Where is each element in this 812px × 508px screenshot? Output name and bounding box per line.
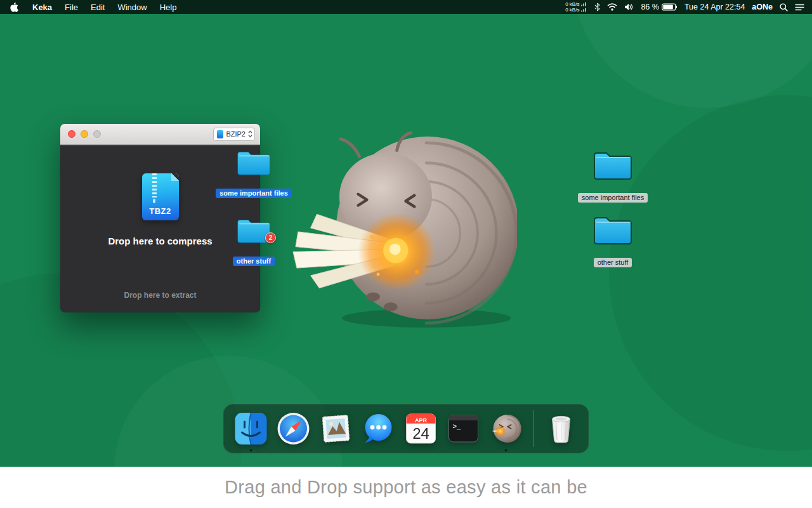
menu-edit[interactable]: Edit: [84, 0, 111, 14]
format-dropdown-value: BZIP2: [226, 130, 246, 138]
dragged-item-label: other stuff: [233, 257, 275, 266]
dock-icon-safari[interactable]: [277, 411, 311, 446]
tbz2-file-icon: TBZ2: [142, 173, 179, 220]
dragged-item[interactable]: 2 other stuff: [213, 216, 295, 266]
notification-center-menu[interactable]: [795, 4, 804, 11]
zipper-icon: [152, 173, 157, 197]
dock-icon-finder[interactable]: [234, 411, 268, 446]
net-bars-icon: [581, 2, 587, 6]
file-format-badge: TBZ2: [142, 206, 179, 216]
chevron-up-down-icon: [248, 130, 252, 138]
list-icon: [795, 4, 804, 11]
net-bars-icon: [581, 8, 587, 12]
desktop-item-label: other stuff: [594, 258, 632, 267]
calendar-month-label: APR: [415, 417, 428, 424]
format-dropdown[interactable]: BZIP2: [213, 128, 255, 141]
menu-help[interactable]: Help: [154, 0, 183, 14]
spotlight-menu[interactable]: [780, 3, 788, 11]
background-circle: [571, 0, 812, 108]
calendar-day-label: 24: [412, 425, 429, 442]
clock-menu[interactable]: Tue 24 Apr 22:54: [684, 3, 745, 11]
dock: APR 24 >_: [223, 404, 589, 453]
folder-icon[interactable]: [236, 148, 272, 177]
window-titlebar[interactable]: BZIP2: [60, 124, 260, 145]
minimize-button[interactable]: [81, 130, 88, 138]
menu-file[interactable]: File: [58, 0, 84, 14]
desktop-item-label: some important files: [578, 193, 648, 203]
bluetooth-menu[interactable]: [594, 3, 600, 11]
network-speed-indicator[interactable]: 0 kB/s 0 kB/s: [565, 2, 587, 13]
apple-menu[interactable]: [0, 0, 26, 14]
dock-separator: [534, 410, 534, 447]
trash-icon: [544, 411, 579, 446]
archive-doc-icon: [217, 130, 223, 138]
wifi-menu[interactable]: [607, 3, 617, 11]
zoom-button[interactable]: [93, 130, 101, 138]
terminal-icon: >_: [447, 411, 481, 446]
net-up-label: 0 kB/s: [565, 2, 579, 7]
menu-window[interactable]: Window: [111, 0, 153, 14]
extract-drop-label: Drop here to extract: [60, 291, 260, 300]
apple-icon: [10, 3, 18, 12]
item-count-badge: 2: [265, 232, 276, 243]
safari-icon: [277, 411, 311, 446]
desktop: Keka File Edit Window Help 0 kB/s 0 kB/s: [0, 0, 812, 508]
menu-bar: Keka File Edit Window Help 0 kB/s 0 kB/s: [0, 0, 812, 14]
dock-icon-mail[interactable]: [319, 411, 353, 446]
dragged-item[interactable]: some important files: [213, 148, 295, 198]
dock-icon-calendar[interactable]: APR 24: [404, 411, 438, 446]
volume-menu[interactable]: [624, 3, 634, 11]
mail-stamp-icon: [319, 411, 353, 446]
messages-icon: [362, 411, 396, 446]
volume-icon: [624, 3, 634, 11]
battery-percent-label: 86 %: [641, 3, 659, 11]
finder-icon: [234, 411, 268, 446]
dock-icon-trash[interactable]: [544, 411, 579, 446]
page-fold-icon: [171, 173, 179, 181]
battery-icon: [662, 3, 678, 11]
running-indicator: [250, 449, 252, 451]
dock-icon-messages[interactable]: [362, 411, 396, 446]
search-icon: [780, 3, 788, 11]
folder-icon[interactable]: [593, 149, 633, 182]
bluetooth-icon: [594, 3, 600, 11]
folder-icon[interactable]: [593, 213, 633, 246]
caption-bar: Drag and Drop support as easy as it can …: [0, 467, 812, 508]
desktop-item[interactable]: other stuff: [572, 213, 654, 267]
menu-app-name[interactable]: Keka: [26, 0, 58, 14]
dock-icon-keka[interactable]: [489, 411, 523, 446]
calendar-icon: APR 24: [404, 411, 438, 446]
dock-icon-terminal[interactable]: >_: [447, 411, 481, 446]
wifi-icon: [607, 3, 617, 11]
dragged-item-label: some important files: [216, 189, 292, 198]
keka-mascot-illustration: [292, 125, 517, 331]
user-menu[interactable]: aONe: [752, 3, 773, 11]
caption-text: Drag and Drop support as easy as it can …: [225, 477, 587, 498]
keka-app-icon: [489, 411, 523, 446]
running-indicator: [505, 449, 508, 451]
compress-drop-label: Drop here to compress: [108, 236, 212, 246]
terminal-prompt-label: >_: [453, 422, 461, 430]
battery-menu[interactable]: 86 %: [641, 3, 678, 11]
net-down-label: 0 kB/s: [565, 8, 579, 13]
desktop-item[interactable]: some important files: [572, 149, 654, 203]
close-button[interactable]: [68, 130, 75, 138]
